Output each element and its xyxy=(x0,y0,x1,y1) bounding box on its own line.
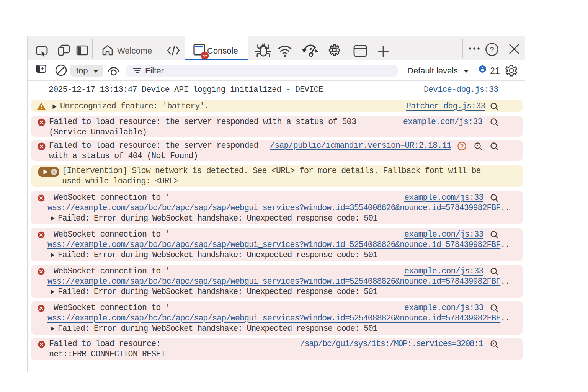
svg-text:?: ? xyxy=(461,143,464,149)
svg-text:?: ? xyxy=(490,46,494,54)
